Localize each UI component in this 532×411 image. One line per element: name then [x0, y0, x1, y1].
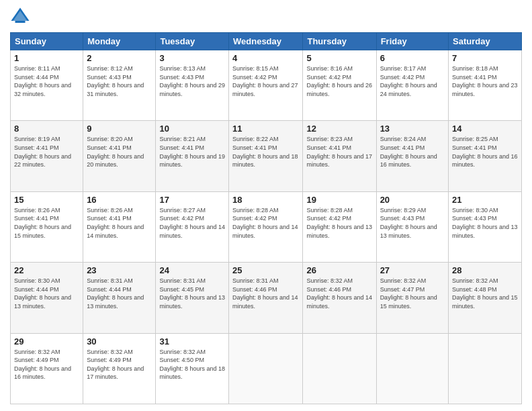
day-info: Sunrise: 8:23 AMSunset: 4:41 PMDaylight:…	[306, 136, 372, 168]
day-info: Sunrise: 8:28 AMSunset: 4:42 PMDaylight:…	[232, 207, 298, 239]
day-number: 9	[87, 124, 152, 134]
day-number: 13	[380, 124, 445, 134]
calendar-cell: 11 Sunrise: 8:22 AMSunset: 4:41 PMDaylig…	[229, 121, 303, 191]
calendar-cell: 29 Sunrise: 8:32 AMSunset: 4:49 PMDaylig…	[11, 333, 83, 404]
day-info: Sunrise: 8:31 AMSunset: 4:45 PMDaylight:…	[159, 277, 225, 310]
day-info: Sunrise: 8:32 AMSunset: 4:48 PMDaylight:…	[452, 277, 518, 310]
calendar-cell: 23 Sunrise: 8:31 AMSunset: 4:44 PMDaylig…	[83, 263, 156, 333]
calendar-cell: 17 Sunrise: 8:27 AMSunset: 4:42 PMDaylig…	[156, 191, 229, 262]
day-info: Sunrise: 8:11 AMSunset: 4:44 PMDaylight:…	[14, 65, 71, 97]
day-info: Sunrise: 8:31 AMSunset: 4:44 PMDaylight:…	[87, 277, 144, 310]
week-row-3: 15 Sunrise: 8:26 AMSunset: 4:41 PMDaylig…	[11, 191, 522, 262]
calendar-cell: 3 Sunrise: 8:13 AMSunset: 4:43 PMDayligh…	[156, 50, 229, 121]
day-number: 7	[452, 53, 518, 63]
day-number: 31	[159, 336, 225, 347]
day-info: Sunrise: 8:30 AMSunset: 4:44 PMDaylight:…	[14, 277, 71, 310]
day-info: Sunrise: 8:17 AMSunset: 4:42 PMDaylight:…	[380, 65, 437, 97]
day-info: Sunrise: 8:32 AMSunset: 4:49 PMDaylight:…	[87, 349, 144, 381]
calendar-cell: 31 Sunrise: 8:32 AMSunset: 4:50 PMDaylig…	[156, 333, 229, 404]
day-number: 23	[87, 265, 152, 275]
day-info: Sunrise: 8:12 AMSunset: 4:43 PMDaylight:…	[87, 65, 144, 97]
calendar-cell: 4 Sunrise: 8:15 AMSunset: 4:42 PMDayligh…	[229, 50, 303, 121]
calendar-cell: 21 Sunrise: 8:30 AMSunset: 4:43 PMDaylig…	[449, 191, 522, 262]
calendar-cell: 9 Sunrise: 8:20 AMSunset: 4:41 PMDayligh…	[83, 121, 156, 191]
weekday-header-saturday: Saturday	[449, 33, 522, 50]
weekday-header-friday: Friday	[376, 33, 448, 50]
calendar-cell: 20 Sunrise: 8:29 AMSunset: 4:43 PMDaylig…	[376, 191, 448, 262]
weekday-header-thursday: Thursday	[303, 33, 376, 50]
day-number: 4	[232, 53, 299, 63]
week-row-2: 8 Sunrise: 8:19 AMSunset: 4:41 PMDayligh…	[11, 121, 522, 191]
day-number: 18	[232, 195, 299, 205]
week-row-4: 22 Sunrise: 8:30 AMSunset: 4:44 PMDaylig…	[11, 263, 522, 333]
day-info: Sunrise: 8:15 AMSunset: 4:42 PMDaylight:…	[232, 65, 298, 97]
day-number: 14	[452, 124, 518, 134]
logo	[10, 7, 33, 27]
day-number: 11	[232, 124, 299, 134]
calendar-cell: 8 Sunrise: 8:19 AMSunset: 4:41 PMDayligh…	[11, 121, 83, 191]
calendar-cell: 28 Sunrise: 8:32 AMSunset: 4:48 PMDaylig…	[449, 263, 522, 333]
day-info: Sunrise: 8:25 AMSunset: 4:41 PMDaylight:…	[452, 136, 518, 168]
weekday-header-sunday: Sunday	[11, 33, 83, 50]
calendar-cell: 25 Sunrise: 8:31 AMSunset: 4:46 PMDaylig…	[229, 263, 303, 333]
calendar-cell	[303, 333, 376, 404]
day-info: Sunrise: 8:32 AMSunset: 4:50 PMDaylight:…	[159, 349, 225, 381]
day-info: Sunrise: 8:31 AMSunset: 4:46 PMDaylight:…	[232, 277, 298, 310]
weekday-header-monday: Monday	[83, 33, 156, 50]
day-number: 28	[452, 265, 518, 275]
day-info: Sunrise: 8:32 AMSunset: 4:47 PMDaylight:…	[380, 277, 437, 310]
day-number: 8	[14, 124, 79, 134]
day-number: 27	[380, 265, 445, 275]
day-info: Sunrise: 8:19 AMSunset: 4:41 PMDaylight:…	[14, 136, 71, 168]
day-info: Sunrise: 8:22 AMSunset: 4:41 PMDaylight:…	[232, 136, 298, 168]
day-info: Sunrise: 8:21 AMSunset: 4:41 PMDaylight:…	[159, 136, 225, 168]
day-info: Sunrise: 8:26 AMSunset: 4:41 PMDaylight:…	[87, 207, 144, 239]
calendar-cell: 13 Sunrise: 8:24 AMSunset: 4:41 PMDaylig…	[376, 121, 448, 191]
day-info: Sunrise: 8:26 AMSunset: 4:41 PMDaylight:…	[14, 207, 71, 239]
day-info: Sunrise: 8:30 AMSunset: 4:43 PMDaylight:…	[452, 207, 518, 239]
day-number: 25	[232, 265, 299, 275]
weekday-header-tuesday: Tuesday	[156, 33, 229, 50]
calendar-cell: 12 Sunrise: 8:23 AMSunset: 4:41 PMDaylig…	[303, 121, 376, 191]
day-number: 17	[159, 195, 225, 205]
calendar-cell: 15 Sunrise: 8:26 AMSunset: 4:41 PMDaylig…	[11, 191, 83, 262]
day-number: 10	[159, 124, 225, 134]
calendar-cell: 22 Sunrise: 8:30 AMSunset: 4:44 PMDaylig…	[11, 263, 83, 333]
weekday-header-wednesday: Wednesday	[229, 33, 303, 50]
calendar-cell: 18 Sunrise: 8:28 AMSunset: 4:42 PMDaylig…	[229, 191, 303, 262]
calendar-cell: 27 Sunrise: 8:32 AMSunset: 4:47 PMDaylig…	[376, 263, 448, 333]
day-number: 20	[380, 195, 445, 205]
day-info: Sunrise: 8:28 AMSunset: 4:42 PMDaylight:…	[306, 207, 372, 239]
day-info: Sunrise: 8:20 AMSunset: 4:41 PMDaylight:…	[87, 136, 144, 168]
day-info: Sunrise: 8:24 AMSunset: 4:41 PMDaylight:…	[380, 136, 437, 168]
day-number: 21	[452, 195, 518, 205]
calendar-cell: 24 Sunrise: 8:31 AMSunset: 4:45 PMDaylig…	[156, 263, 229, 333]
day-number: 29	[14, 336, 79, 347]
day-number: 5	[306, 53, 372, 63]
calendar-cell: 7 Sunrise: 8:18 AMSunset: 4:41 PMDayligh…	[449, 50, 522, 121]
day-info: Sunrise: 8:18 AMSunset: 4:41 PMDaylight:…	[452, 65, 518, 97]
day-number: 30	[87, 336, 152, 347]
calendar-cell: 26 Sunrise: 8:32 AMSunset: 4:46 PMDaylig…	[303, 263, 376, 333]
weekday-header-row: SundayMondayTuesdayWednesdayThursdayFrid…	[11, 33, 522, 50]
day-number: 22	[14, 265, 79, 275]
calendar-cell	[376, 333, 448, 404]
calendar-table: SundayMondayTuesdayWednesdayThursdayFrid…	[10, 32, 522, 404]
calendar-cell: 5 Sunrise: 8:16 AMSunset: 4:42 PMDayligh…	[303, 50, 376, 121]
day-info: Sunrise: 8:27 AMSunset: 4:42 PMDaylight:…	[159, 207, 225, 239]
day-info: Sunrise: 8:32 AMSunset: 4:49 PMDaylight:…	[14, 349, 71, 381]
calendar-cell: 1 Sunrise: 8:11 AMSunset: 4:44 PMDayligh…	[11, 50, 83, 121]
calendar-cell: 6 Sunrise: 8:17 AMSunset: 4:42 PMDayligh…	[376, 50, 448, 121]
main-container: SundayMondayTuesdayWednesdayThursdayFrid…	[0, 0, 532, 411]
week-row-5: 29 Sunrise: 8:32 AMSunset: 4:49 PMDaylig…	[11, 333, 522, 404]
day-number: 24	[159, 265, 225, 275]
calendar-cell: 30 Sunrise: 8:32 AMSunset: 4:49 PMDaylig…	[83, 333, 156, 404]
day-number: 3	[159, 53, 225, 63]
day-number: 1	[14, 53, 79, 63]
day-info: Sunrise: 8:16 AMSunset: 4:42 PMDaylight:…	[306, 65, 372, 97]
day-number: 15	[14, 195, 79, 205]
day-number: 16	[87, 195, 152, 205]
day-number: 12	[306, 124, 372, 134]
calendar-cell: 14 Sunrise: 8:25 AMSunset: 4:41 PMDaylig…	[449, 121, 522, 191]
week-row-1: 1 Sunrise: 8:11 AMSunset: 4:44 PMDayligh…	[11, 50, 522, 121]
